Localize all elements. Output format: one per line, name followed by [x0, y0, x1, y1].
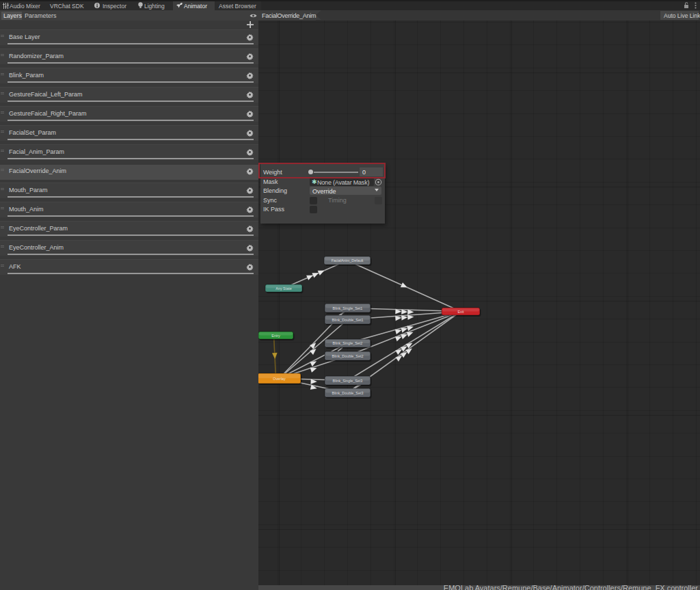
svg-text:Blink_Double_Set2: Blink_Double_Set2 [332, 354, 364, 358]
svg-text:Overlay: Overlay [273, 377, 286, 381]
svg-text:Any State: Any State [275, 286, 291, 291]
svg-text:Blink_Single_Set1: Blink_Single_Set1 [333, 306, 363, 310]
svg-text:Entry: Entry [271, 334, 280, 338]
svg-text:FacialAnim_Default: FacialAnim_Default [332, 258, 364, 263]
svg-text:Blink_Double_Set1: Blink_Double_Set1 [332, 318, 364, 322]
svg-text:Blink_Single_Set3: Blink_Single_Set3 [333, 379, 363, 383]
svg-text:Exit: Exit [458, 310, 464, 314]
svg-text:Blink_Single_Set2: Blink_Single_Set2 [333, 341, 363, 345]
svg-text:Blink_Double_Set3: Blink_Double_Set3 [332, 391, 364, 395]
